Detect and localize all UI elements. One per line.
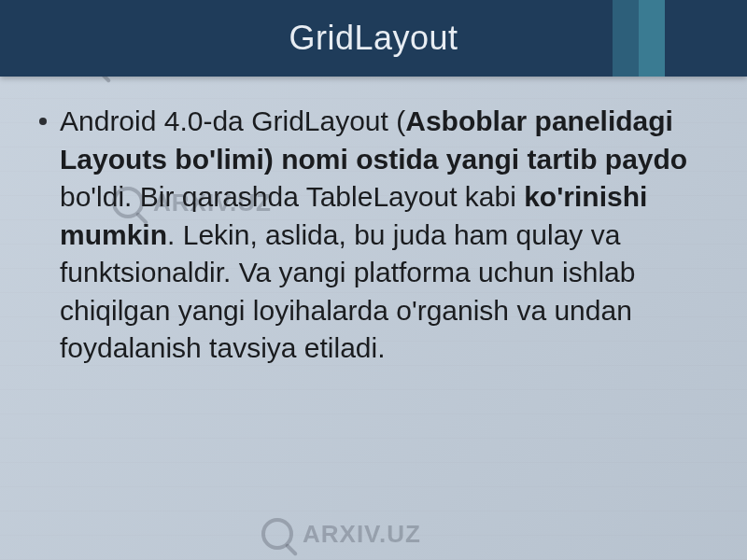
bullet-item: Android 4.0-da GridLayout (Asboblar pane… bbox=[39, 103, 708, 368]
watermark-text: ARXIV.UZ bbox=[303, 520, 421, 549]
bullet-icon bbox=[39, 118, 47, 125]
watermark: ARXIV.UZ bbox=[261, 518, 421, 550]
slide-body: Android 4.0-da GridLayout (Asboblar pane… bbox=[39, 103, 708, 368]
text-segment: bo'ldi. Bir qarashda TableLayout kabi bbox=[60, 181, 524, 212]
bullet-text: Android 4.0-da GridLayout (Asboblar pane… bbox=[60, 103, 708, 368]
slide-header: GridLayout bbox=[0, 0, 747, 77]
magnifier-icon bbox=[261, 518, 293, 550]
text-segment: Android 4.0-da GridLayout ( bbox=[60, 105, 405, 136]
header-accent-stripes bbox=[613, 0, 665, 77]
slide-title: GridLayout bbox=[289, 19, 458, 58]
